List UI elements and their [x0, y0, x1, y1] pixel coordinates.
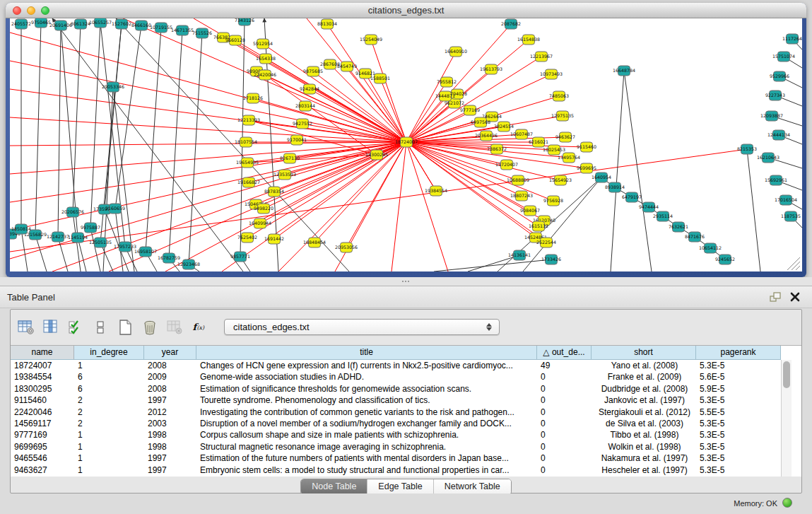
table-cell[interactable]: 1 [74, 465, 144, 476]
table-cell[interactable]: 5.5E-5 [696, 407, 781, 418]
network-node[interactable]: 1187535 [781, 211, 801, 221]
network-node[interactable]: 9857771 [230, 252, 250, 262]
network-node[interactable]: 9498220 [254, 204, 273, 214]
table-cell[interactable]: 1 [74, 452, 144, 464]
table-cell[interactable]: Tourette syndrome. Phenomenology and cla… [196, 395, 537, 406]
network-node[interactable]: 16640910 [445, 47, 467, 57]
table-scrollbar[interactable] [781, 360, 792, 477]
new-table-icon[interactable] [116, 319, 134, 336]
network-canvas[interactable]: 2405572975046520691406806132410655257152… [10, 18, 802, 271]
table-cell[interactable]: 5.3E-5 [696, 441, 781, 452]
network-node[interactable]: 9699695 [577, 163, 596, 173]
network-node[interactable]: 12142737 [47, 232, 69, 242]
table-row[interactable]: 1456911722003Disruption of a novel membe… [11, 418, 801, 429]
network-node[interactable]: 10607487 [510, 129, 533, 139]
table-cell[interactable]: 9465546 [11, 452, 74, 464]
network-node[interactable]: 12213967 [530, 52, 553, 62]
column-header-out-de-[interactable]: △ out_de... [537, 346, 592, 360]
network-node[interactable]: 12505135 [89, 238, 112, 247]
table-row[interactable]: 977716911998Corpus callosum shape and si… [11, 429, 801, 440]
network-node[interactable]: 16409944 [249, 218, 271, 228]
network-node[interactable]: 9875685 [303, 66, 323, 76]
network-node[interactable]: 1733426 [541, 255, 561, 264]
network-node[interactable]: 7515526 [192, 28, 212, 38]
column-header-pagerank[interactable]: pagerank [696, 346, 781, 360]
column-header-name[interactable]: name [11, 346, 74, 360]
table-cell[interactable]: Structural magnetic resonance image aver… [196, 441, 537, 452]
table-cell[interactable]: 2 [74, 407, 144, 418]
table-cell[interactable]: 9777169 [11, 429, 74, 440]
table-cell[interactable]: 5.3E-5 [696, 418, 781, 429]
table-cell[interactable]: 6 [74, 383, 144, 395]
network-node[interactable]: 16848454 [303, 238, 326, 247]
table-row[interactable]: 946554611997Estimation of the future num… [11, 452, 801, 464]
network-node[interactable]: 19613793 [480, 64, 502, 74]
network-node[interactable]: 15254049 [360, 35, 382, 45]
network-node[interactable]: 9115460 [577, 142, 596, 152]
table-cell[interactable]: Estimation of significance thresholds fo… [196, 383, 537, 395]
network-node[interactable]: 2405572 [11, 19, 31, 29]
table-cell[interactable]: Franke et al. (2009) [592, 371, 696, 382]
table-cell[interactable]: 1 [74, 429, 144, 440]
float-panel-icon[interactable] [770, 292, 781, 303]
network-node[interactable]: 17957233 [114, 242, 136, 252]
table-cell[interactable]: 22420046 [11, 407, 74, 418]
network-window-titlebar[interactable]: citations_edges.txt [6, 3, 806, 18]
network-node[interactable]: 16648784 [613, 66, 635, 76]
memory-status-icon[interactable] [782, 498, 792, 508]
column-header-year[interactable]: year [144, 346, 196, 360]
network-node[interactable]: 7343126 [235, 18, 254, 25]
table-row[interactable]: 2242004622012Investigating the contribut… [11, 407, 801, 418]
network-node[interactable]: 8466160 [131, 21, 151, 30]
table-cell[interactable]: 18300295 [11, 383, 74, 395]
table-cell[interactable]: 1997 [144, 465, 196, 476]
table-cell[interactable]: 5.9E-5 [696, 383, 781, 395]
table-cell[interactable]: 0 [537, 441, 592, 452]
table-cell[interactable]: 0 [537, 371, 592, 382]
network-node[interactable]: 8813034 [317, 19, 337, 29]
table-cell[interactable]: 5.3E-5 [696, 395, 781, 406]
table-cell[interactable]: 2003 [144, 418, 196, 429]
table-cell[interactable]: Nakamura et al. (1997) [592, 452, 696, 464]
table-row[interactable]: 1830029562008Estimation of significance … [11, 383, 801, 395]
zoom-window-button[interactable] [41, 6, 49, 15]
network-node[interactable]: 9975887 [81, 223, 100, 233]
table-row[interactable]: 969969511998Structural magnetic resonanc… [11, 441, 801, 452]
canvas-resize-grip[interactable] [787, 257, 800, 270]
network-node[interactable]: 8938914 [605, 182, 625, 192]
network-node[interactable]: 2935114 [653, 211, 673, 221]
network-node[interactable]: 18807243 [510, 191, 533, 201]
table-cell[interactable]: 2008 [144, 360, 196, 371]
table-cell[interactable]: Jankovic et al. (1997) [592, 395, 696, 406]
network-node[interactable]: 6497568 [471, 117, 490, 127]
network-node[interactable]: 16210643 [757, 153, 779, 163]
network-node[interactable]: 29053346 [102, 82, 124, 92]
network-node[interactable]: 1640954 [592, 173, 611, 182]
network-node[interactable]: 17016504 [775, 195, 797, 205]
table-cell[interactable]: 1997 [144, 395, 196, 406]
panel-splitter[interactable] [0, 277, 812, 286]
network-node[interactable]: 2087682 [501, 19, 521, 29]
close-window-button[interactable] [13, 6, 21, 15]
network-node[interactable]: 12213393 [237, 115, 260, 125]
network-node[interactable]: 3824554 [494, 122, 514, 132]
table-cell[interactable]: 2008 [144, 383, 196, 395]
network-node[interactable]: 16958107 [134, 247, 157, 257]
network-node[interactable]: 16154838 [517, 35, 540, 45]
network-node[interactable]: 2803144 [295, 101, 315, 111]
table-row[interactable]: 911546021997Tourette syndrome. Phenomeno… [11, 395, 801, 406]
network-node[interactable]: 5912954 [253, 39, 273, 49]
table-cell[interactable]: Disruption of a novel member of a sodium… [196, 418, 537, 429]
table-cell[interactable]: 2 [74, 418, 144, 429]
table-cell[interactable]: 9463627 [11, 465, 74, 476]
network-node[interactable]: 10655257 [89, 18, 112, 28]
table-cell[interactable]: 5.3E-5 [696, 429, 781, 440]
network-node[interactable]: 8061324 [71, 19, 90, 29]
table-cell[interactable]: 0 [537, 429, 592, 440]
network-node[interactable]: 9660128 [225, 35, 245, 45]
column-header-title[interactable]: title [196, 346, 537, 360]
network-node[interactable]: 1588501 [370, 74, 390, 83]
network-node[interactable]: 19384554 [425, 186, 447, 196]
network-node[interactable]: 1615132 [529, 221, 548, 231]
network-node[interactable]: 7955812 [437, 77, 457, 87]
